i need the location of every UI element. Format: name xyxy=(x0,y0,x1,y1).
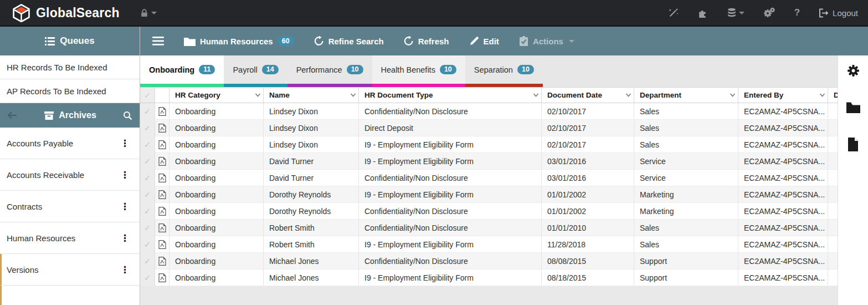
column-header[interactable]: Name xyxy=(264,88,359,103)
refine-search-button[interactable]: Refine Search xyxy=(314,36,384,46)
row-pdf-icon-cell[interactable] xyxy=(155,236,170,252)
row-checkbox[interactable]: ✓ xyxy=(140,220,155,236)
database-menu[interactable] xyxy=(727,8,744,18)
queue-item[interactable]: AP Records To Be Indexed xyxy=(0,79,140,103)
kebab-menu-icon[interactable]: ⋮ xyxy=(117,201,133,212)
table-row[interactable]: ✓OnboardingDavid TurnerConfidentiality/N… xyxy=(140,170,838,186)
table-cell: Sales xyxy=(634,220,738,236)
table-row[interactable]: ✓OnboardingLindsey DixonConfidentiality/… xyxy=(140,103,838,120)
result-tab[interactable]: Separation 10 xyxy=(465,55,543,87)
table-cell: David Turner xyxy=(264,170,359,186)
row-checkbox[interactable]: ✓ xyxy=(140,253,155,269)
row-checkbox[interactable]: ✓ xyxy=(140,203,155,219)
archive-item[interactable]: Human Resources ⋮ xyxy=(0,222,140,254)
table-row[interactable]: ✓OnboardingMichael JonesConfidentiality/… xyxy=(140,253,838,270)
table-cell: Direct Deposit xyxy=(359,120,542,136)
chevron-down-icon xyxy=(569,40,574,43)
row-pdf-icon-cell[interactable] xyxy=(155,170,170,186)
row-pdf-icon-cell[interactable] xyxy=(155,153,170,169)
row-checkbox[interactable]: ✓ xyxy=(140,186,155,202)
right-icon-rail xyxy=(838,55,868,305)
archive-item[interactable]: Accounts Payable ⋮ xyxy=(0,128,140,159)
settings-gears-icon[interactable] xyxy=(763,7,775,18)
table-row[interactable]: ✓OnboardingDorothy ReynoldsI9 - Employme… xyxy=(140,186,838,203)
lock-menu[interactable] xyxy=(140,8,157,18)
kebab-menu-icon[interactable]: ⋮ xyxy=(117,138,133,149)
column-header[interactable]: Entered By xyxy=(738,88,828,103)
row-checkbox[interactable]: ✓ xyxy=(140,103,155,119)
table-row[interactable]: ✓OnboardingRobert SmithConfidentiality/N… xyxy=(140,220,838,236)
kebab-menu-icon[interactable]: ⋮ xyxy=(117,169,133,181)
table-cell: EC2AMAZ-4P5CSNA... xyxy=(738,170,828,186)
archive-item[interactable]: Accounts Receivable ⋮ xyxy=(0,159,140,191)
column-chevron-icon[interactable] xyxy=(730,93,736,97)
help-icon[interactable]: ? xyxy=(794,7,800,18)
row-checkbox[interactable]: ✓ xyxy=(140,270,155,286)
current-archive[interactable]: Human Resources 60 xyxy=(184,36,294,46)
column-chevron-icon[interactable] xyxy=(350,93,356,97)
archive-item-label: Human Resources xyxy=(7,233,117,243)
search-icon[interactable] xyxy=(123,111,132,120)
column-chevron-icon[interactable] xyxy=(625,93,631,97)
column-chevron-icon[interactable] xyxy=(533,93,539,97)
settings-gear-icon[interactable] xyxy=(846,64,860,80)
edit-button[interactable]: Edit xyxy=(469,36,499,46)
row-pdf-icon-cell[interactable] xyxy=(155,270,170,286)
queues-header[interactable]: Queues xyxy=(0,27,140,55)
document-panel-icon[interactable] xyxy=(848,138,859,154)
column-header[interactable]: HR Document Type xyxy=(359,88,542,103)
table-row[interactable]: ✓OnboardingDorothy ReynoldsConfidentiali… xyxy=(140,203,838,220)
table-row[interactable]: ✓OnboardingDavid TurnerI9 - Employment E… xyxy=(140,153,838,170)
row-checkbox[interactable]: ✓ xyxy=(140,153,155,169)
row-checkbox[interactable]: ✓ xyxy=(140,120,155,136)
table-cell: Confidentiality/Non Disclosure xyxy=(359,220,542,236)
edit-label: Edit xyxy=(484,37,499,46)
table-row[interactable]: ✓OnboardingMichael JonesI9 - Employment … xyxy=(140,270,838,286)
column-header[interactable]: Da xyxy=(828,88,838,103)
column-chevron-icon[interactable] xyxy=(819,93,825,97)
result-tab[interactable]: Onboarding 11 xyxy=(140,55,224,87)
result-tab[interactable]: Payroll 14 xyxy=(224,55,287,87)
row-checkbox[interactable]: ✓ xyxy=(140,136,155,152)
menu-hamburger-button[interactable] xyxy=(152,37,164,45)
table-cell: David Turner xyxy=(264,153,359,169)
logout-button[interactable]: Logout xyxy=(819,8,858,18)
row-pdf-icon-cell[interactable] xyxy=(155,103,170,119)
wand-icon[interactable] xyxy=(668,8,679,18)
row-pdf-icon-cell[interactable] xyxy=(155,136,170,152)
refresh-button[interactable]: Refresh xyxy=(404,36,449,46)
folder-panel-icon[interactable] xyxy=(846,102,860,115)
row-checkbox[interactable]: ✓ xyxy=(140,170,155,186)
column-header-label: HR Document Type xyxy=(364,91,531,99)
column-header[interactable]: Document Date xyxy=(542,88,634,103)
kebab-menu-icon[interactable]: ⋮ xyxy=(117,264,133,276)
archive-list: Accounts Payable ⋮ Accounts Receivable ⋮… xyxy=(0,128,140,286)
table-row[interactable]: ✓OnboardingRobert SmithI9 - Employment E… xyxy=(140,236,838,253)
column-header[interactable]: Department xyxy=(634,88,738,103)
column-chevron-icon[interactable] xyxy=(255,93,261,97)
column-header[interactable]: HR Category xyxy=(170,88,264,103)
row-pdf-icon-cell[interactable] xyxy=(155,220,170,236)
row-checkbox[interactable]: ✓ xyxy=(140,236,155,252)
table-row[interactable]: ✓OnboardingLindsey DixonDirect Deposit02… xyxy=(140,120,838,136)
queue-item[interactable]: HR Records To Be Indexed xyxy=(0,55,140,79)
table-cell: 01/01/2010 xyxy=(542,220,634,236)
clipboard-check-icon xyxy=(519,36,528,46)
kebab-menu-icon[interactable]: ⋮ xyxy=(117,232,133,244)
table-row[interactable]: ✓OnboardingLindsey DixonI9 - Employment … xyxy=(140,136,838,153)
back-arrow-icon[interactable] xyxy=(7,111,18,120)
row-pdf-icon-cell[interactable] xyxy=(155,120,170,136)
archive-item[interactable]: Versions ⋮ xyxy=(0,254,140,286)
result-tab[interactable]: Performance 10 xyxy=(287,55,372,87)
toolbar: Human Resources 60 Refine Search Refresh xyxy=(140,27,868,55)
row-pdf-icon-cell[interactable] xyxy=(155,203,170,219)
table-cell: 08/18/2015 xyxy=(542,270,634,286)
select-all-checkbox[interactable]: ✓ xyxy=(140,88,155,103)
actions-button[interactable]: Actions xyxy=(519,36,574,46)
archive-item[interactable]: Contracts ⋮ xyxy=(0,191,140,222)
row-pdf-icon-cell[interactable] xyxy=(155,253,170,269)
table-cell: EC2AMAZ-4P5CSNA... xyxy=(738,220,828,236)
plugin-icon[interactable] xyxy=(697,8,708,18)
result-tab[interactable]: Health Benefits 10 xyxy=(372,55,465,87)
row-pdf-icon-cell[interactable] xyxy=(155,186,170,202)
